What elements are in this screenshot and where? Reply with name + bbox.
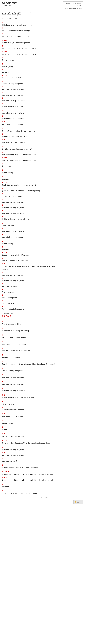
lyric-line: . . . . xyxy=(2,317,83,320)
lyric-line: We're on our way! xyxy=(2,460,83,462)
lyric-line: I believe when the storm is through xyxy=(2,29,83,32)
lyric-line: We are young xyxy=(2,171,83,174)
lyric-line: To your place place place xyxy=(2,82,83,85)
blank-line xyxy=(2,20,83,20)
chord-row: C xyxy=(2,426,83,428)
chord-row: C xyxy=(2,193,83,195)
chord-row: G xyxy=(2,360,83,362)
footer-logo: ○ © 2024 xyxy=(74,500,83,504)
chord-row: Am xyxy=(2,121,83,123)
chord-row: Am G xyxy=(2,257,83,259)
lyric-line: We're losing time time time xyxy=(2,408,83,411)
chord-row: C xyxy=(2,240,83,242)
chord-row: G xyxy=(2,210,83,212)
chord-row: G xyxy=(2,464,83,466)
chord-row: Am xyxy=(2,27,83,29)
lyric-line: Doogooboh! (This night will never end, t… xyxy=(2,473,83,476)
chord-row: F xyxy=(2,367,83,369)
blank-line xyxy=(2,444,83,446)
blank-line xyxy=(2,399,83,400)
blank-line xyxy=(2,495,83,496)
chord-c: C xyxy=(7,11,11,16)
lyric-line: We're on our way way way xyxy=(2,88,83,91)
lyric-line: We're on our way way way xyxy=(2,454,83,457)
lyric-line: I'll believe when the walls stop turning xyxy=(2,24,83,26)
lyric-line: I miss her bed, I lost my head xyxy=(2,343,83,346)
chord-row: C xyxy=(2,133,83,135)
song-title: On Our Way xyxy=(2,2,16,4)
chord-row: G xyxy=(2,162,83,164)
lyric-line: Flashing light, oh what a night xyxy=(2,336,83,339)
lyric-line: I'll believe when I see the view xyxy=(2,135,83,138)
chord-row: Am xyxy=(2,334,83,336)
chord-row: C xyxy=(2,446,83,448)
chord-row: G xyxy=(2,204,83,206)
lyric-line: I never wanna shake their hands and stay xyxy=(2,47,83,50)
lyric-line: Barefoot, naked, don't you let me go (Ne… xyxy=(2,363,83,366)
chord-row: F xyxy=(2,288,83,290)
chord-row: C xyxy=(2,146,83,148)
chord-row: C xyxy=(2,176,83,178)
chord-am: Am xyxy=(17,11,22,16)
blank-line xyxy=(2,310,83,312)
lyric-line: We're on our way way way xyxy=(2,206,83,209)
blank-line xyxy=(2,238,83,240)
lyric-line: For her rooftop, our last stop xyxy=(2,356,83,359)
chord-diagrams: F C xyxy=(2,11,22,16)
blank-line xyxy=(2,346,83,346)
lyric-line: I believe that I can hear them say xyxy=(2,35,83,38)
lyric-line: We're on our way somehow xyxy=(2,389,83,392)
lyric-line: To your place place place xyxy=(2,195,83,198)
chord-row: C xyxy=(2,354,83,356)
lyric-line: Let us shine for what__ it's worth xyxy=(2,254,83,256)
lyric-line: We're losing time time time xyxy=(2,117,83,120)
lyric-line: New Directions (Unique with New Directio… xyxy=(2,466,83,469)
chord-row: Am xyxy=(2,277,83,279)
chord-row: C xyxy=(2,328,83,329)
section-label: (*Whooping just xyxy=(2,312,83,314)
lyric-line: We are young xyxy=(2,65,83,68)
blank-line xyxy=(2,424,83,425)
chord-row: C Am xyxy=(2,157,83,159)
chord-row: G xyxy=(2,341,83,343)
chord-row: C xyxy=(2,406,83,408)
chord-row: F xyxy=(2,321,83,323)
lyric-line: We're on our way way way xyxy=(2,274,83,276)
lyric-line: Time time time xyxy=(2,224,83,227)
chord-row: F xyxy=(2,103,83,105)
lyric-line: We're on our way way way xyxy=(2,376,83,379)
lyric-line: We're falling to the ground xyxy=(2,415,83,418)
artist-name: ♪ Glee Cast xyxy=(2,4,16,6)
lyric-line: We are one xyxy=(2,71,83,74)
lyric-line: We're on our way way way xyxy=(2,448,83,451)
chord-row: F C Am G xyxy=(2,315,83,317)
music-icon: ♪ xyxy=(2,4,4,6)
lyric-line: We're falling to the ground xyxy=(2,236,83,238)
lyric-line: Oh no, they shout xyxy=(2,165,83,168)
blank-line xyxy=(2,144,83,145)
blank-line xyxy=(2,339,83,340)
section-label: (*) Strumming notes xyxy=(2,18,83,20)
chord-row: Am xyxy=(2,187,83,189)
chord-row: F xyxy=(2,300,83,302)
chord-row: Am xyxy=(2,139,83,141)
lyric-line: Ooooh (I believe when the sky is burning xyxy=(2,130,83,132)
lyric-line: *We're falling to the ground xyxy=(2,308,83,310)
blank-line xyxy=(2,326,83,326)
blank-line xyxy=(2,332,83,333)
lyric-line: We are one xyxy=(2,178,83,181)
blank-line xyxy=(2,386,83,386)
chord-row: Am G D xyxy=(2,440,83,442)
chord-row: C xyxy=(2,169,83,171)
lyric-line: We're on our way! xyxy=(2,285,83,288)
chord-row: Am xyxy=(2,483,83,485)
lyric-line: Oh no, let's go xyxy=(2,58,83,62)
lyric-line: We are young xyxy=(2,422,83,424)
chord-row: F, Am G xyxy=(2,476,83,478)
blank-line xyxy=(2,126,83,127)
blank-line xyxy=(2,482,83,482)
chord-row: G xyxy=(2,92,83,94)
lyric-line: place!) xyxy=(2,268,83,271)
chord-row: C xyxy=(2,228,83,230)
lyric-line: To your place place place xyxy=(2,370,83,372)
